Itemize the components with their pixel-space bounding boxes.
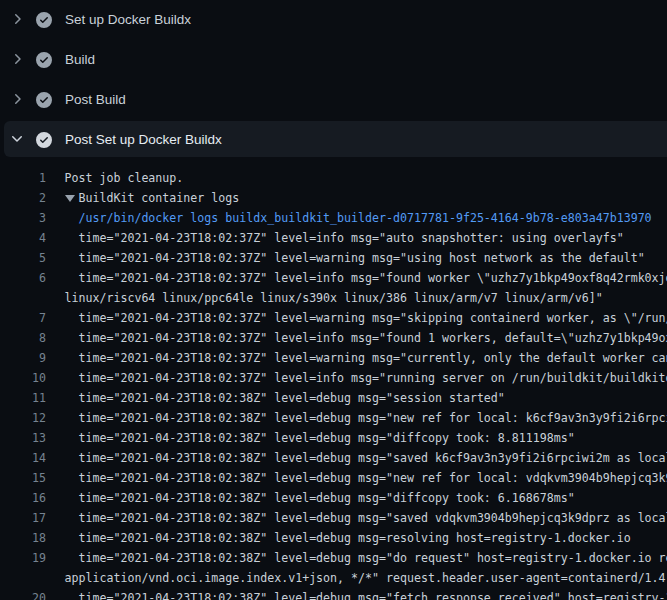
log-line-number[interactable]: 12: [0, 408, 46, 428]
log-line: 10 time="2021-04-23T18:02:37Z" level=inf…: [0, 368, 667, 388]
step-header-set-up-docker-buildx[interactable]: Set up Docker Buildx: [0, 0, 667, 40]
log-line-text: time="2021-04-23T18:02:38Z" level=debug …: [65, 448, 667, 468]
log-line-number[interactable]: 15: [0, 468, 46, 488]
log-line: 13 time="2021-04-23T18:02:38Z" level=deb…: [0, 428, 667, 448]
log-line: 3 /usr/bin/docker logs buildx_buildkit_b…: [0, 208, 667, 228]
log-line-text: time="2021-04-23T18:02:37Z" level=info m…: [65, 268, 667, 288]
log-line: 14 time="2021-04-23T18:02:38Z" level=deb…: [0, 448, 667, 468]
step-header-build[interactable]: Build: [0, 40, 667, 80]
group-expanded-triangle-icon: [65, 188, 79, 208]
log-line: 1 Post job cleanup.: [0, 168, 667, 188]
log-line-number[interactable]: 4: [0, 228, 46, 248]
log-line: 11 time="2021-04-23T18:02:38Z" level=deb…: [0, 388, 667, 408]
check-circle-icon: [36, 132, 52, 148]
log-line-text: time="2021-04-23T18:02:38Z" level=debug …: [65, 588, 667, 600]
log-line-text: time="2021-04-23T18:02:37Z" level=info m…: [65, 228, 624, 248]
step-label: Set up Docker Buildx: [65, 12, 191, 27]
log-line-number[interactable]: 8: [0, 328, 46, 348]
log-line-number[interactable]: 9: [0, 348, 46, 368]
log-line-number[interactable]: 13: [0, 428, 46, 448]
log-line-text: time="2021-04-23T18:02:37Z" level=warnin…: [65, 248, 645, 268]
log-line-number[interactable]: 14: [0, 448, 46, 468]
step-label: Post Build: [65, 92, 126, 107]
log-group-label: BuildKit container logs: [78, 191, 239, 205]
log-line: 18 time="2021-04-23T18:02:38Z" level=deb…: [0, 528, 667, 548]
log-line-text: time="2021-04-23T18:02:38Z" level=debug …: [65, 408, 667, 428]
log-line-text: time="2021-04-23T18:02:37Z" level=warnin…: [65, 308, 667, 328]
log-line: 6 time="2021-04-23T18:02:37Z" level=info…: [0, 268, 667, 288]
steps-list: Set up Docker Buildx Build Post Build Po…: [0, 0, 667, 160]
log-line-number[interactable]: 16: [0, 488, 46, 508]
chevron-down-icon: [9, 131, 25, 147]
log-line-text: application/vnd.oci.image.index.v1+json,…: [65, 568, 667, 588]
log-line-text: time="2021-04-23T18:02:38Z" level=debug …: [65, 428, 575, 448]
chevron-right-icon: [9, 91, 25, 107]
log-line-text: time="2021-04-23T18:02:38Z" level=debug …: [65, 528, 631, 548]
log-line: 19 time="2021-04-23T18:02:38Z" level=deb…: [0, 548, 667, 568]
log-line-text: Post job cleanup.: [65, 168, 184, 188]
log-line: 4 time="2021-04-23T18:02:37Z" level=info…: [0, 228, 667, 248]
step-label: Post Set up Docker Buildx: [65, 132, 222, 147]
log-line-number[interactable]: 20: [0, 588, 46, 600]
check-circle-icon: [36, 52, 52, 68]
log-line-number[interactable]: 6: [0, 268, 46, 288]
log-line-text: time="2021-04-23T18:02:38Z" level=debug …: [65, 548, 667, 568]
log-group-toggle[interactable]: BuildKit container logs: [65, 188, 240, 208]
chevron-right-icon: [9, 11, 25, 27]
log-line-text: time="2021-04-23T18:02:38Z" level=debug …: [65, 488, 575, 508]
log-line: 2 BuildKit container logs: [0, 188, 667, 208]
log-line-number[interactable]: 5: [0, 248, 46, 268]
log-line-number[interactable]: 18: [0, 528, 46, 548]
log-command-text: /usr/bin/docker logs buildx_buildkit_bui…: [65, 208, 652, 228]
log-line-number[interactable]: 1: [0, 168, 46, 188]
log-line-text: time="2021-04-23T18:02:38Z" level=debug …: [65, 388, 505, 408]
log-line: 16 time="2021-04-23T18:02:38Z" level=deb…: [0, 488, 667, 508]
chevron-right-icon: [9, 51, 25, 67]
log-line: 8 time="2021-04-23T18:02:37Z" level=info…: [0, 328, 667, 348]
check-circle-icon: [36, 12, 52, 28]
log-line-wrap: application/vnd.oci.image.index.v1+json,…: [0, 568, 667, 588]
log-line-text: time="2021-04-23T18:02:37Z" level=info m…: [65, 368, 667, 388]
log-line: 20 time="2021-04-23T18:02:38Z" level=deb…: [0, 588, 667, 600]
log-line: 9 time="2021-04-23T18:02:37Z" level=warn…: [0, 348, 667, 368]
log-line-number[interactable]: 7: [0, 308, 46, 328]
log-line-text: time="2021-04-23T18:02:38Z" level=debug …: [65, 508, 667, 528]
log-line-wrap: linux/riscv64 linux/ppc64le linux/s390x …: [0, 288, 667, 308]
log-line-number: [0, 288, 46, 308]
log-line: 5 time="2021-04-23T18:02:37Z" level=warn…: [0, 248, 667, 268]
log-line: 15 time="2021-04-23T18:02:38Z" level=deb…: [0, 468, 667, 488]
log-line-number[interactable]: 10: [0, 368, 46, 388]
log-line-number[interactable]: 2: [0, 188, 46, 208]
step-header-post-set-up-docker-buildx[interactable]: Post Set up Docker Buildx: [0, 120, 667, 160]
log-line-text: time="2021-04-23T18:02:37Z" level=warnin…: [65, 348, 667, 368]
step-label: Build: [65, 52, 95, 67]
log-line-text: linux/riscv64 linux/ppc64le linux/s390x …: [65, 288, 603, 308]
log-line: 7 time="2021-04-23T18:02:37Z" level=warn…: [0, 308, 667, 328]
log-line-number[interactable]: 19: [0, 548, 46, 568]
step-header-post-build[interactable]: Post Build: [0, 80, 667, 120]
log-line-text: time="2021-04-23T18:02:37Z" level=info m…: [65, 328, 667, 348]
log-line-number: [0, 568, 46, 588]
log-line-number[interactable]: 17: [0, 508, 46, 528]
log-area: 1 Post job cleanup. 2 BuildKit container…: [0, 160, 667, 600]
log-line: 17 time="2021-04-23T18:02:38Z" level=deb…: [0, 508, 667, 528]
log-line-number[interactable]: 3: [0, 208, 46, 228]
log-line-text: time="2021-04-23T18:02:38Z" level=debug …: [65, 468, 667, 488]
log-line: 12 time="2021-04-23T18:02:38Z" level=deb…: [0, 408, 667, 428]
log-line-number[interactable]: 11: [0, 388, 46, 408]
check-circle-icon: [36, 92, 52, 108]
